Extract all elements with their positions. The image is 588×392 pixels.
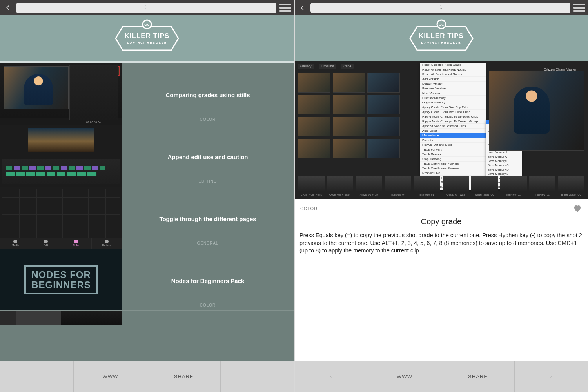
app-badge: OC KILLER TIPS DAVINCI RESOLVE — [402, 19, 481, 58]
bottom-bar-spacer — [220, 361, 294, 392]
menu-item: Stop Tracking — [420, 157, 486, 162]
stills-grid — [298, 73, 400, 176]
list-pane: OC KILLER TIPS DAVINCI RESOLVE 01:00:50:… — [0, 0, 294, 392]
submenu-item: Save Memory D — [486, 167, 522, 172]
submenu-item: Save Memory E — [486, 172, 522, 176]
article-pane: OC KILLER TIPS DAVINCI RESOLVE Gallery T… — [294, 0, 588, 392]
search-field[interactable] — [310, 3, 570, 13]
menu-item: Track Forward — [420, 147, 486, 152]
list-item-title: Append edit use and caution — [167, 154, 248, 160]
list-thumbnail: 01:00:50:04 — [0, 63, 122, 125]
share-button[interactable]: SHARE — [147, 361, 220, 392]
filmstrip-thumb: Cycle_Work_Front — [298, 176, 325, 192]
bottom-bar: WWW SHARE — [0, 361, 294, 392]
screenshot-tab: Timeline — [319, 64, 337, 69]
back-button[interactable] — [297, 3, 307, 13]
list-item-category: COLOR — [122, 303, 294, 307]
list-thumbnail: Media Edit Color Deliver — [0, 187, 122, 249]
list-item-title: Nodes for Beginners Pack — [171, 278, 245, 284]
hero-banner: OC KILLER TIPS DAVINCI RESOLVE — [295, 15, 588, 61]
list-item[interactable]: Media Edit Color Deliver Toggle through … — [0, 187, 294, 249]
menu-item: Track Reverse — [420, 152, 486, 157]
list-item-category: GENERAL — [122, 241, 294, 245]
svg-text:OC: OC — [144, 23, 150, 27]
filmstrip-thumb: Arrival_At_Work — [356, 176, 382, 192]
article: Gallery Timeline Clips Citizen Chain Mas… — [295, 61, 588, 361]
list-item-category: COLOR — [122, 117, 294, 122]
badge-subtitle: DAVINCI RESOLVE — [419, 41, 464, 44]
topbar — [0, 0, 294, 15]
menu-item: Previous Version — [420, 86, 486, 91]
menu-item: Auto Color — [420, 129, 486, 133]
list-item[interactable]: Append edit use and caution EDITING — [0, 125, 294, 187]
svg-point-3 — [439, 6, 441, 8]
submenu-item: Save Memory C — [486, 163, 522, 167]
bottom-bar: < WWW SHARE > — [295, 361, 588, 392]
menu-button[interactable] — [279, 3, 291, 13]
menu-item: Apply Grade From Two Clips Prior — [420, 110, 486, 114]
context-menu: Reset Selected Node GradeReset Grades an… — [420, 63, 486, 190]
share-button[interactable]: SHARE — [441, 361, 514, 392]
submenu-item: Save Memory B — [486, 159, 522, 163]
list-thumbnail — [0, 125, 122, 187]
heart-icon — [573, 204, 582, 213]
search-icon — [438, 4, 443, 11]
filmstrip-thumb: Interview_04 — [385, 176, 411, 192]
www-button[interactable]: WWW — [73, 361, 147, 392]
menu-item: Track One Frame Reverse — [420, 166, 486, 171]
list-item[interactable] — [0, 311, 294, 325]
menu-item: Ripple Node Changes To Current Group — [420, 119, 486, 124]
badge-subtitle: DAVINCI RESOLVE — [125, 41, 170, 44]
svg-point-0 — [145, 6, 147, 8]
hamburger-icon — [279, 4, 291, 5]
list-thumbnail — [0, 311, 122, 325]
list-thumbnail: NODES FOR BEGINNERS — [0, 249, 122, 310]
search-field[interactable] — [16, 3, 276, 13]
list-item-category: EDITING — [122, 179, 294, 183]
badge-title: KILLER TIPS — [419, 32, 464, 40]
menu-item: Reset All Grades and Nodes — [420, 72, 486, 77]
www-button[interactable]: WWW — [368, 361, 441, 392]
menu-item: Reset Grades and Keep Nodes — [420, 67, 486, 72]
filmstrip: Cycle_Work_FrontCycle_Work_Side_Arrival_… — [298, 176, 584, 196]
menu-item: Next Version — [420, 91, 486, 96]
menu-item: Resolve Live — [420, 171, 486, 176]
article-body: Press Equals key (=) to copy the previou… — [295, 226, 588, 255]
chevron-left-icon — [5, 5, 11, 11]
screenshot-tab: Clips — [341, 64, 354, 69]
filmstrip-thumb: Interview_01 — [500, 176, 527, 192]
menu-item: Preview Memory — [420, 96, 486, 100]
chevron-left-icon — [299, 5, 305, 11]
filmstrip-thumb: Cycle_Work_Side_ — [327, 176, 354, 192]
article-title: Copy grade — [295, 217, 588, 226]
filmstrip-thumb: Interview_01 — [414, 176, 440, 192]
menu-button[interactable] — [573, 3, 585, 13]
menu-item: Reset Selected Node Grade — [420, 63, 486, 67]
list-item-title: Toggle through the different pages — [159, 216, 256, 222]
filmstrip-thumb: Wheel_Slide_CU — [471, 176, 498, 192]
back-button[interactable] — [3, 3, 13, 13]
list-item[interactable]: 01:00:50:04 Comparing grades using still… — [0, 63, 294, 125]
filmstrip-thumb: Brake_Adjust_CU — [558, 176, 584, 192]
menu-item: Presets — [420, 138, 486, 143]
page-tab-icon: Edit — [31, 238, 62, 249]
submenu-item: Save Memory A — [486, 154, 522, 159]
list-item[interactable]: NODES FOR BEGINNERS Nodes for Beginners … — [0, 249, 294, 311]
badge-title: KILLER TIPS — [125, 32, 170, 40]
submenu-item: Load Memory H — [486, 150, 522, 154]
bottom-bar-spacer — [0, 361, 73, 392]
prev-button[interactable]: < — [295, 361, 368, 392]
page-tab-icon: Color — [61, 238, 92, 249]
menu-item: Track One Frame Forward — [420, 162, 486, 166]
menu-item: Original Memory — [420, 100, 486, 105]
next-button[interactable]: > — [514, 361, 588, 392]
filmstrip-thumb: Interview_01 — [529, 176, 556, 192]
menu-item: Memories ▶ — [420, 133, 486, 138]
tips-list[interactable]: 01:00:50:04 Comparing grades using still… — [0, 61, 294, 361]
viewer-preview — [489, 71, 584, 151]
thumbnail-timecode: 01:00:50:04 — [86, 121, 101, 123]
menu-item: Revival Dirt and Dust — [420, 143, 486, 147]
menu-item: Apply Grade From One Clip Prior — [420, 105, 486, 110]
page-tab-icon: Deliver — [92, 238, 122, 249]
favorite-button[interactable] — [573, 204, 582, 213]
